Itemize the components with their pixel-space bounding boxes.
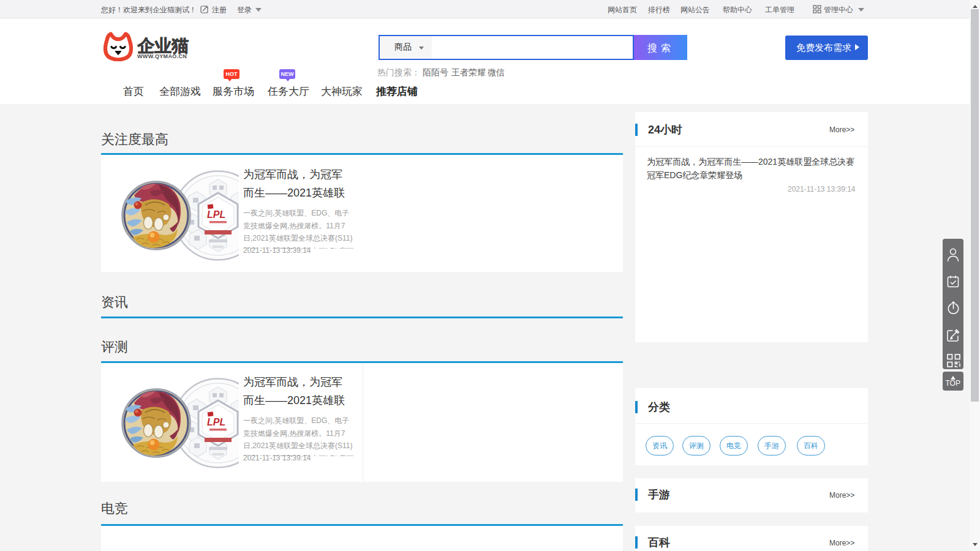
svg-text:LPL: LPL	[207, 209, 225, 220]
